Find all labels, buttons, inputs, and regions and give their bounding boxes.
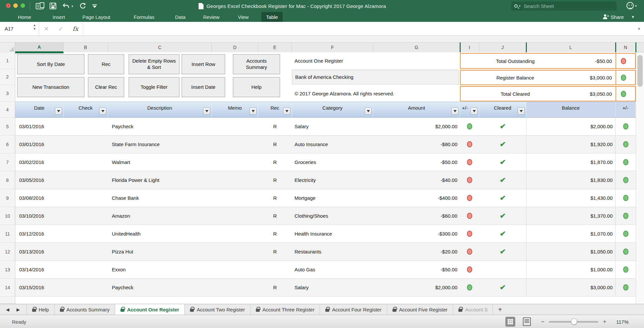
filter-dropdown-button[interactable]	[471, 108, 478, 115]
cell-date[interactable]: 03/02/2016	[15, 153, 64, 171]
filter-dropdown-button[interactable]	[203, 108, 210, 115]
cell-description[interactable]: Paycheck	[108, 279, 212, 296]
cell-date[interactable]: 03/13/2016	[15, 243, 64, 260]
cell-date[interactable]: 03/05/2016	[15, 171, 64, 189]
cell-amount[interactable]: $2,000.00	[373, 118, 460, 135]
filter-dropdown-button[interactable]	[250, 108, 256, 115]
sheet-nav-left-icon[interactable]: ◀	[6, 307, 9, 312]
column-header-J[interactable]: J	[479, 42, 526, 52]
cell-amount-indicator[interactable]	[460, 279, 479, 296]
formula-bar-expand-icon[interactable]: ▼	[634, 22, 644, 35]
cell-cleared[interactable]: ✔	[479, 225, 526, 243]
row-header-10[interactable]: 10	[0, 207, 15, 225]
cell-category[interactable]: Salary	[292, 279, 373, 296]
row-header-7[interactable]: 7	[0, 153, 15, 171]
cell-amount-indicator[interactable]	[460, 261, 479, 278]
sheet-tab-account-one-register[interactable]: Account One Register	[115, 304, 185, 315]
table-header-description[interactable]: Description	[108, 102, 212, 117]
filter-dropdown-button[interactable]	[99, 108, 106, 115]
cell-rec[interactable]: R	[258, 189, 292, 207]
cell-check[interactable]	[64, 261, 108, 278]
table-row[interactable]: 03/01/2016State Farm InsuranceRAuto Insu…	[15, 136, 636, 153]
vertical-scrollbar[interactable]	[636, 52, 644, 304]
cell-balance[interactable]: $1,000.00	[526, 261, 616, 278]
cell-memo[interactable]	[212, 279, 258, 296]
macro-button-sort-by-date[interactable]: Sort By Date	[17, 54, 84, 74]
cell-cleared[interactable]: ✔	[479, 243, 526, 260]
cell-memo[interactable]	[212, 261, 258, 278]
cell-amount[interactable]: -$400.00	[373, 189, 460, 207]
cell-check[interactable]	[64, 171, 108, 189]
cell-description[interactable]: Pizza Hut	[108, 243, 212, 260]
share-button[interactable]: + Share ▼	[603, 12, 635, 22]
filter-dropdown-button[interactable]	[451, 108, 458, 115]
cell-description[interactable]: Paycheck	[108, 118, 212, 135]
row-header-1[interactable]: 1	[0, 52, 15, 69]
cell-balance-indicator[interactable]	[616, 136, 636, 153]
save-icon[interactable]	[50, 3, 56, 9]
fullscreen-button[interactable]	[21, 3, 25, 8]
cell-balance[interactable]: $2,000.00	[526, 118, 616, 135]
cell-date[interactable]: 03/01/2016	[15, 136, 64, 153]
search-input[interactable]: ▾ Search Sheet	[511, 2, 617, 10]
search-scope-caret-icon[interactable]: ▾	[519, 4, 521, 8]
cell-amount-indicator[interactable]	[460, 189, 479, 207]
column-header-L[interactable]: L	[526, 42, 616, 52]
cell-check[interactable]	[64, 279, 108, 296]
cell-rec[interactable]: R	[258, 118, 292, 135]
table-header-date[interactable]: Date	[15, 102, 64, 117]
cell-description[interactable]: Florida Power & Light	[108, 171, 212, 189]
feedback-button[interactable]: ▾	[626, 2, 637, 9]
cell-cleared[interactable]: ✔	[479, 171, 526, 189]
cell-category[interactable]: Auto Gas	[292, 261, 373, 278]
column-header-F[interactable]: F	[292, 42, 373, 52]
cell-balance-indicator[interactable]	[616, 189, 636, 207]
register-name-cell[interactable]: Account One Register	[295, 53, 343, 69]
column-header-B[interactable]: B	[64, 42, 108, 52]
filter-dropdown-button[interactable]	[55, 108, 62, 115]
cell-check[interactable]	[64, 189, 108, 207]
cell-balance-indicator[interactable]	[616, 279, 636, 296]
redo-button[interactable]	[79, 3, 86, 9]
table-row-empty[interactable]	[15, 297, 636, 304]
cancel-entry-button[interactable]: ✕	[39, 22, 54, 35]
table-row[interactable]: 03/15/2016PaycheckRSalary$2,000.00✔$3,00…	[15, 279, 636, 297]
cell-cleared[interactable]: ✔	[479, 118, 526, 135]
minimize-button[interactable]	[13, 3, 18, 8]
sheet-tab-account-three-register[interactable]: Account Three Register	[251, 304, 320, 315]
cell-balance[interactable]: $1,370.00	[526, 207, 616, 225]
table-header-cleared[interactable]: Cleared	[479, 102, 526, 117]
normal-view-button[interactable]	[505, 317, 515, 327]
sheet-tab-account-s[interactable]: Account S	[453, 304, 493, 315]
cell-amount-indicator[interactable]	[460, 171, 479, 189]
sheet-tab-help[interactable]: Help	[26, 304, 55, 315]
column-header-I[interactable]: I	[460, 42, 479, 52]
row-header-13[interactable]: 13	[0, 261, 15, 279]
cell-memo[interactable]	[212, 225, 258, 243]
cell-balance-indicator[interactable]	[616, 225, 636, 243]
row-header-14[interactable]: 14	[0, 279, 15, 297]
row-header-12[interactable]: 12	[0, 243, 15, 261]
zoom-out-button[interactable]: −	[541, 315, 545, 328]
cell-description[interactable]: Chase Bank	[108, 189, 212, 207]
table-header-amount[interactable]: Amount	[373, 102, 460, 117]
cell-amount[interactable]: -$20.00	[373, 243, 460, 260]
cell-date[interactable]: 03/10/2016	[15, 207, 64, 225]
macro-button-insert-row[interactable]: Insert Row	[182, 54, 225, 74]
macro-button-clear-rec[interactable]: Clear Rec	[88, 77, 124, 97]
table-row[interactable]: 03/02/2016WalmartRGroceries-$50.00✔$1,87…	[15, 153, 636, 171]
row-header-2[interactable]: 2	[0, 69, 15, 85]
cell-amount[interactable]: $2,000.00	[373, 279, 460, 296]
cell-balance[interactable]: $1,870.00	[526, 153, 616, 171]
table-row[interactable]: 03/10/2016AmazonRClothing/Shoes-$60.00✔$…	[15, 207, 636, 225]
table-header-category[interactable]: Category	[292, 102, 373, 117]
cell-rec[interactable]: R	[258, 207, 292, 225]
show-toolbar-icon[interactable]	[36, 3, 44, 9]
cell-memo[interactable]	[212, 153, 258, 171]
macro-button-delete-empty-rows-sort[interactable]: Delete Empty Rows & Sort	[129, 54, 179, 74]
cell-balance-indicator[interactable]	[616, 171, 636, 189]
cell-balance-indicator[interactable]	[616, 261, 636, 278]
cell-check[interactable]	[64, 136, 108, 153]
cell-cleared[interactable]	[479, 261, 526, 278]
cell-memo[interactable]	[212, 171, 258, 189]
